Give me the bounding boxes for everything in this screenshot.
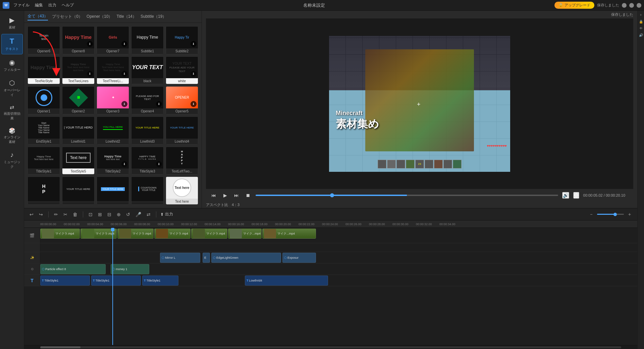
- rotate-button[interactable]: ↺: [125, 211, 131, 218]
- text-item-opener2[interactable]: ◆ Opener2: [62, 86, 95, 114]
- zoom-in-button[interactable]: ＋: [626, 211, 633, 218]
- text-item-textnostyle[interactable]: Happy Time TextNoStyle: [28, 56, 60, 85]
- minimize-button[interactable]: [622, 3, 627, 8]
- sidebar-item-overlay[interactable]: ⬡ オーバーレイ: [1, 76, 23, 100]
- text-item-textstyle5[interactable]: Text here TextStyle5: [62, 147, 95, 175]
- video-clip-4[interactable]: マイクラ.mp4: [154, 229, 191, 239]
- transition-tool-button[interactable]: ⇄: [145, 211, 152, 218]
- text-item-subtitle2[interactable]: Happy Tir ⬇ Subtitle2: [166, 26, 198, 54]
- effect-clip-exposur[interactable]: ⬡ Exposur: [282, 253, 316, 263]
- dl-badge-textthreeli: ⬇: [121, 71, 127, 77]
- tab-opener[interactable]: Opener（10）: [87, 13, 112, 20]
- volume-button[interactable]: 🔊: [562, 192, 569, 199]
- text-item-opener8[interactable]: Happy Time ⬇ Opener8: [62, 26, 95, 54]
- text-item-titlestyle1[interactable]: Happy Time Text here text here TitleStyl…: [28, 147, 60, 175]
- text-clip-titlestyle1-2[interactable]: T TitleStyle1: [91, 276, 141, 286]
- text-item-black[interactable]: YOUR TEXT black: [131, 56, 164, 85]
- text-item-row5d[interactable]: COUNTDOWNYOUR TITLE: [131, 177, 164, 205]
- overlay-clip-particle[interactable]: ⬡ Particle effect 8: [40, 264, 106, 274]
- text-item-textthreeli[interactable]: Happy Time Text here text here Text here…: [97, 56, 129, 85]
- upgrade-button[interactable]: 🔒 アップグレード: [554, 2, 594, 9]
- sc-lock[interactable]: 🔒: [638, 19, 644, 24]
- text-item-titlestyle3[interactable]: HAPPY TIME TITLE HERE ⬇ TitleStyle3: [131, 147, 164, 175]
- menu-output[interactable]: 出力: [48, 2, 56, 8]
- text-item-lowthrid4[interactable]: YOUR TITLE HERE Lowthrid4: [166, 116, 198, 145]
- effect-clip-mirrorl[interactable]: ⬡ Mirror L: [160, 253, 200, 263]
- step-forward-button[interactable]: ⏭: [233, 192, 240, 199]
- text-item-texttwolines[interactable]: Happy Time Text here text here text here…: [62, 56, 95, 85]
- redo-button[interactable]: ↪: [38, 211, 44, 218]
- video-clip-1[interactable]: マイクラ.mp4: [40, 229, 80, 239]
- text-item-textlefttwo[interactable]: H A P P Y TextLeftTwo...: [166, 147, 198, 175]
- maximize-button[interactable]: [629, 3, 634, 8]
- play-button[interactable]: ▶: [221, 192, 229, 199]
- split-button[interactable]: ⊞: [97, 211, 103, 218]
- zoom-slider[interactable]: [597, 214, 624, 215]
- sc-eye[interactable]: 👁: [638, 26, 644, 31]
- playback-slider[interactable]: [256, 195, 558, 196]
- text-item-row5c[interactable]: YOUR TITLE HERE: [97, 177, 129, 205]
- merge-button[interactable]: ⊟: [106, 211, 113, 218]
- text-clip-titlestyle1-1[interactable]: T TitleStyle1: [40, 276, 90, 286]
- effect-clip-edgelight[interactable]: ⬡ EdgeLightGreen: [211, 253, 281, 263]
- close-button[interactable]: [637, 3, 641, 8]
- text-item-opener4[interactable]: PLEASE AND FOR TEXT ⬇ Opener4: [131, 86, 164, 114]
- playhead-handle[interactable]: [111, 228, 114, 231]
- sidebar-item-media[interactable]: ▶ 素材: [1, 13, 23, 33]
- text-item-row5e[interactable]: Text here Text here: [166, 177, 198, 205]
- zoom-out-button[interactable]: －: [588, 211, 595, 218]
- undo-button[interactable]: ↩: [28, 211, 35, 218]
- sidebar-item-music[interactable]: ♪ ミュージック: [1, 148, 23, 172]
- tab-all[interactable]: 全て（43）: [28, 13, 48, 20]
- text-item-white[interactable]: YOUR TEXTPLEASE ADD YOUR TEXT ⬇ white: [166, 56, 198, 85]
- text-item-opener7[interactable]: Girls ⬇ Opener7: [97, 26, 129, 54]
- text-item-row5a[interactable]: HP: [28, 177, 60, 205]
- output-button[interactable]: ⬆ 出力: [160, 211, 173, 217]
- crop-button[interactable]: ⊡: [87, 211, 94, 218]
- scroll-thumb[interactable]: [40, 346, 80, 348]
- text-item-opener3[interactable]: ✦ ⬇ Opener3: [97, 86, 129, 114]
- text-item-lowthrid3[interactable]: YOUR TITLE HERE Lowthrid3: [131, 116, 164, 145]
- rewind-button[interactable]: ⏮: [210, 192, 217, 199]
- sidebar-item-text[interactable]: T テキスト: [1, 34, 23, 54]
- add-button[interactable]: ⊕: [115, 211, 122, 218]
- scroll-track[interactable]: [40, 346, 621, 348]
- video-clip-6[interactable]: マイク...mp4: [228, 229, 262, 239]
- text-clip-titlestyle1-3[interactable]: T TitleStyle1: [142, 276, 178, 286]
- playhead[interactable]: [112, 228, 113, 345]
- sc-add[interactable]: +: [638, 12, 644, 17]
- tab-title[interactable]: Title（14）: [116, 13, 137, 20]
- sidebar-item-online[interactable]: 🎲 オンライン素材: [1, 125, 23, 147]
- video-clip-5[interactable]: マイクラ.mp4: [191, 229, 227, 239]
- video-clip-7[interactable]: マイク...mp4: [262, 229, 316, 239]
- text-item-opener1[interactable]: Opener1: [28, 86, 60, 114]
- effect-clip-e[interactable]: E: [203, 253, 210, 263]
- audio-button[interactable]: 🎤: [134, 211, 143, 218]
- sidebar-item-filter[interactable]: ◉ フィルター: [1, 56, 23, 75]
- delete-button[interactable]: 🗑: [71, 211, 79, 218]
- video-clip-3[interactable]: マイクラ.mp4: [117, 229, 154, 239]
- text-item-row5b[interactable]: YOUR TITLE HERE: [62, 177, 95, 205]
- tab-subtitle[interactable]: Subtitle（19）: [141, 13, 166, 20]
- sc-audio[interactable]: 🔊: [638, 32, 644, 38]
- cut-button[interactable]: ✂: [62, 211, 69, 218]
- text-item-subtitle1[interactable]: Happy Time Subtitle1: [131, 26, 164, 54]
- overlay-clip-money[interactable]: ⬡ money 1: [111, 264, 149, 274]
- text-item-endstyle1[interactable]: Start Your Name Title Name Your Name Tit…: [28, 116, 60, 145]
- text-item-lowthrid1[interactable]: | YOUR TITLE HERD Lowthrid1: [62, 116, 95, 145]
- tab-preset[interactable]: プリセット（0）: [52, 13, 83, 20]
- text-item-lowthrid2[interactable]: YOU FILL HERE Lowthrid2: [97, 116, 129, 145]
- text-clip-lowthrid4[interactable]: T Lowthrid4: [245, 276, 328, 286]
- menu-file[interactable]: ファイル: [13, 2, 30, 8]
- text-item-opener6[interactable]: Terraintext Opener6: [28, 26, 60, 54]
- stop-button[interactable]: ⏹: [244, 192, 252, 199]
- menu-help[interactable]: ヘルプ: [62, 2, 74, 8]
- fullscreen-button[interactable]: ⛶: [573, 192, 579, 199]
- label-texttwolines: TextTwoLines: [62, 78, 94, 84]
- label-lowthrid1: Lowthrid1: [62, 139, 94, 144]
- menu-edit[interactable]: 編集: [35, 2, 43, 8]
- edit-button[interactable]: ✏: [53, 211, 59, 218]
- sidebar-item-transition[interactable]: ⇄ 画面切替効果: [1, 101, 23, 123]
- text-item-opener5[interactable]: OPENER ⬇ Opener5: [166, 86, 198, 114]
- text-item-titlestyle2[interactable]: Happy Time text here text ⬇ TitleStyle2: [97, 147, 129, 175]
